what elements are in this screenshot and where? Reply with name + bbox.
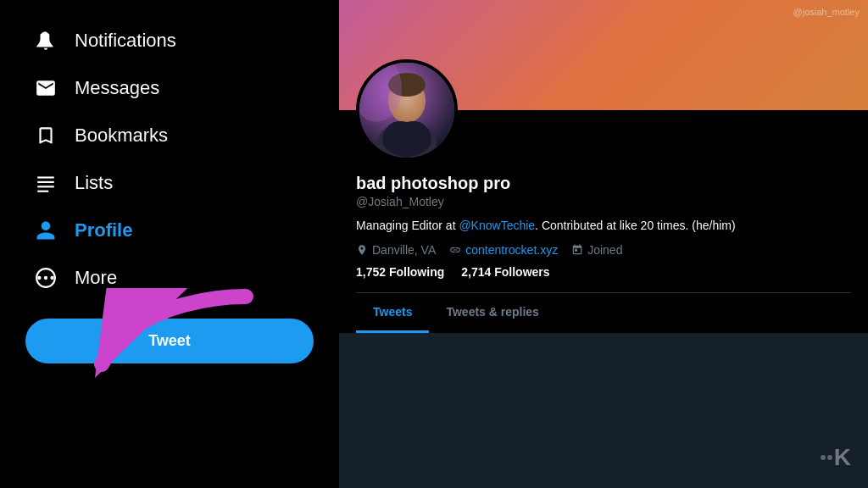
profile-tabs: Tweets Tweets & replies [356,292,851,333]
bio-mention[interactable]: @KnowTechie [459,219,535,232]
followers-stat[interactable]: 2,714 Followers [461,265,549,279]
profile-label: Profile [75,219,132,241]
sidebar-item-messages[interactable]: Messages [25,64,314,112]
sidebar-item-lists[interactable]: Lists [25,159,314,207]
stats-row: 1,752 Following 2,714 Followers [356,265,851,279]
profile-panel: @josiah_motley [339,0,868,488]
bio-rest: . Contributed at like 20 times. (he/him) [535,219,736,232]
svg-point-5 [44,276,47,280]
bell-icon [34,29,58,53]
watermark-dot2 [827,455,832,460]
handle: @Josiah_Motley [356,195,851,208]
envelope-icon [34,76,58,100]
sidebar-item-more[interactable]: More [25,254,314,302]
joined-text: Joined [587,243,622,257]
sidebar-item-profile[interactable]: Profile [25,207,314,254]
svg-point-4 [37,276,41,280]
sidebar-item-bookmarks[interactable]: Bookmarks [25,112,314,159]
svg-rect-1 [37,181,54,183]
ellipsis-icon [34,266,58,290]
watermark: K [821,444,851,471]
messages-label: Messages [75,77,159,99]
bio-text: Managing Editor at [356,219,459,232]
link-icon [449,244,461,256]
tab-tweets[interactable]: Tweets [356,293,429,333]
person-icon [34,219,58,242]
calendar-icon [571,244,583,256]
meta-row: Danville, VA contentrocket.xyz Joined [356,243,851,257]
following-count: 1,752 [356,265,386,279]
lists-label: Lists [75,172,113,194]
joined-item: Joined [571,243,622,257]
location-icon [356,244,368,256]
website-item[interactable]: contentrocket.xyz [449,243,558,257]
notifications-label: Notifications [75,30,176,52]
website-link[interactable]: contentrocket.xyz [465,243,558,257]
tab-replies[interactable]: Tweets & replies [429,293,555,333]
username-watermark: @josiah_motley [793,7,860,17]
location-item: Danville, VA [356,243,436,257]
avatar-wrapper [356,59,458,161]
sidebar-item-notifications[interactable]: Notifications [25,17,314,64]
followers-label: Followers [494,265,549,279]
more-label: More [75,267,117,289]
watermark-k: K [834,444,851,471]
svg-rect-2 [37,186,54,187]
location-text: Danville, VA [372,243,436,257]
bio: Managing Editor at @KnowTechie. Contribu… [356,217,851,235]
bookmarks-label: Bookmarks [75,125,168,147]
followers-count: 2,714 [461,265,491,279]
svg-rect-3 [37,191,48,192]
bookmark-icon [34,124,58,147]
avatar-image [359,63,454,158]
sidebar: Notifications Messages Bookmarks Lists [0,0,339,488]
profile-content: bad photoshop pro @Josiah_Motley Managin… [339,110,868,333]
list-icon [34,171,58,195]
svg-rect-0 [37,176,54,178]
tweet-button[interactable]: Tweet [25,319,314,363]
watermark-dot1 [821,455,826,460]
following-label: Following [389,265,444,279]
following-stat[interactable]: 1,752 Following [356,265,444,279]
svg-point-6 [50,276,53,280]
avatar [356,59,458,161]
display-name: bad photoshop pro [356,174,851,193]
